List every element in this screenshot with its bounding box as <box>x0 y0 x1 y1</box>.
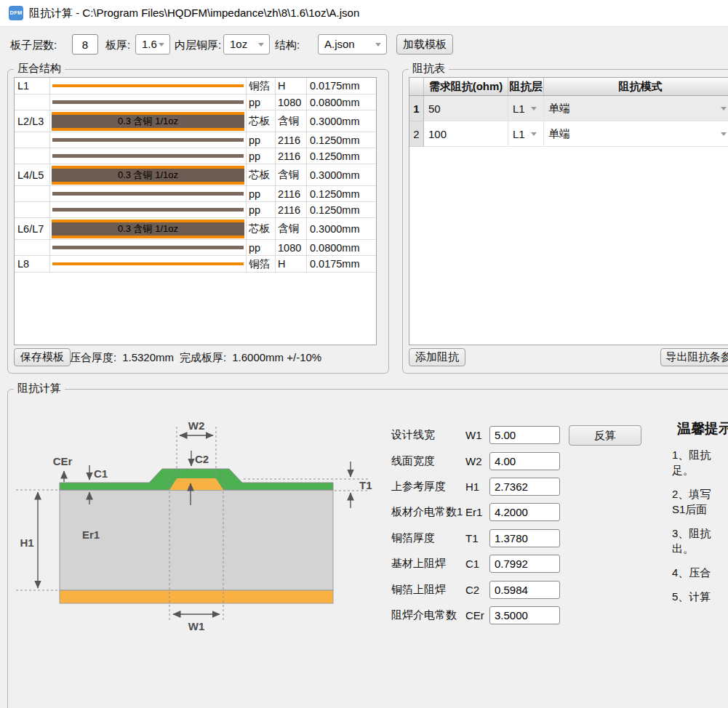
stackup-row[interactable]: L1铜箔H0.0175mm <box>15 78 376 94</box>
layer-name-cell <box>15 132 50 148</box>
layer-graphic-cell <box>50 94 247 110</box>
field-label: 上参考厚度 <box>391 480 465 494</box>
stackup-row[interactable]: pp10800.0800mm <box>15 240 376 256</box>
layer-graphic-cell: 0.3 含铜 1/1oz <box>50 218 247 239</box>
field-symbol: CEr <box>465 609 489 621</box>
reverse-calc-button[interactable]: 反算 <box>569 425 641 446</box>
field-symbol: W1 <box>465 429 489 441</box>
layer-type-cell: pp <box>247 240 276 255</box>
core-bar-label: 0.3 含铜 1/1oz <box>52 115 244 128</box>
field-label: 基材上阻焊 <box>391 557 465 571</box>
field-symbol: T1 <box>465 532 489 544</box>
structure-select[interactable]: A.json <box>318 34 387 55</box>
layer-name-cell <box>15 240 50 255</box>
calc-field-row: 板材介电常数1Er1 <box>391 502 560 522</box>
field-input-c1[interactable] <box>489 555 560 573</box>
layer-thickness-cell: 0.1250mm <box>307 148 376 164</box>
field-symbol: W2 <box>465 455 489 467</box>
field-input-h1[interactable] <box>489 478 560 496</box>
field-input-t1[interactable] <box>489 529 560 547</box>
pp-bar <box>52 208 244 212</box>
field-input-w2[interactable] <box>489 452 560 470</box>
finish-thickness-label: 完成板厚: <box>180 351 226 363</box>
calc-group-title: 阻抗计算 <box>14 382 65 395</box>
core-bar-label: 0.3 含铜 1/1oz <box>52 222 244 236</box>
stackup-row[interactable]: pp21160.1250mm <box>15 148 376 164</box>
impedance-mode-cell[interactable]: 单端 <box>544 96 728 121</box>
stackup-row[interactable]: pp21160.1250mm <box>15 132 376 148</box>
save-template-button[interactable]: 保存模板 <box>14 348 71 366</box>
stackup-groupbox: 压合结构 L1铜箔H0.0175mmpp10800.0800mmL2/L30.3… <box>7 69 389 374</box>
tip-line: 足。 <box>672 462 728 478</box>
field-label: 铜箔厚度 <box>391 531 465 545</box>
layer-type-cell: 铜箔 <box>247 78 276 94</box>
board-thickness-select[interactable]: 1.6 <box>135 34 170 55</box>
bottom-copper-shape <box>60 590 333 603</box>
inner-copper-select[interactable]: 1oz <box>223 34 270 55</box>
impedance-value-cell[interactable]: 100 <box>424 121 508 147</box>
trace-shape <box>169 478 223 490</box>
header-layer: 阻抗层 <box>508 78 544 95</box>
calc-field-row: 铜箔厚度T1 <box>391 528 560 548</box>
stackup-row[interactable]: L6/L70.3 含铜 1/1oz芯板含铜0.3000mm <box>15 218 376 240</box>
layer-spec-cell: H <box>276 78 307 94</box>
core-bar: 0.3 含铜 1/1oz <box>52 166 244 185</box>
impedance-mode-cell[interactable]: 单端 <box>544 121 728 147</box>
layer-thickness-cell: 0.3000mm <box>307 218 376 239</box>
layer-graphic-cell <box>50 132 247 148</box>
stackup-row[interactable]: pp21160.1250mm <box>15 186 376 202</box>
impedance-layer-cell[interactable]: L1 <box>508 96 544 121</box>
chevron-down-icon <box>721 132 727 136</box>
app-icon: DFM <box>9 6 23 20</box>
substrate-shape <box>60 490 333 590</box>
chevron-down-icon <box>721 107 727 110</box>
tip-line: 2、填写 <box>672 486 728 502</box>
header-corner-cell <box>409 78 424 95</box>
stackup-row[interactable]: L8铜箔H0.0175mm <box>15 256 376 273</box>
core-copper-edge <box>52 236 244 238</box>
tip-paragraph: 1、阻抗足。 <box>672 447 728 478</box>
stackup-row[interactable]: L2/L30.3 含铜 1/1oz芯板含铜0.3000mm <box>15 110 376 132</box>
field-input-w1[interactable] <box>489 426 560 444</box>
layer-spec-cell: 1080 <box>276 240 307 255</box>
layer-graphic-cell <box>50 148 247 164</box>
stackup-row[interactable]: pp10800.0800mm <box>15 94 376 110</box>
impedance-row[interactable]: 150L1单端 <box>409 96 728 121</box>
field-label: 铜箔上阻焊 <box>391 583 465 597</box>
chevron-down-icon <box>375 43 381 47</box>
impedance-layer-cell[interactable]: L1 <box>508 121 544 147</box>
layer-type-cell: pp <box>247 148 276 164</box>
impedance-row[interactable]: 2100L1单端 <box>409 121 728 147</box>
add-impedance-button[interactable]: 添加阻抗 <box>409 348 465 366</box>
field-label: 阻焊介电常数 <box>391 608 465 622</box>
stackup-row[interactable]: pp21160.1250mm <box>15 202 376 218</box>
impedance-groupbox: 阻抗表 需求阻抗(ohm) 阻抗层 阻抗模式 150L1单端2100L1单端 添… <box>402 69 728 374</box>
pp-bar <box>52 100 244 104</box>
cer-dim-label: CEr <box>53 455 73 467</box>
layer-name-cell: L4/L5 <box>15 164 50 185</box>
board-layers-input[interactable] <box>72 34 98 55</box>
field-input-c2[interactable] <box>489 581 560 599</box>
layer-graphic-cell <box>50 202 247 217</box>
field-input-er1[interactable] <box>489 503 560 521</box>
export-impedance-button[interactable]: 导出阻抗条参数 <box>660 348 728 366</box>
tip-paragraph: 5、计算 <box>672 589 728 604</box>
layer-name-cell <box>15 148 50 164</box>
impedance-value-cell[interactable]: 50 <box>424 96 508 121</box>
field-input-cer[interactable] <box>489 606 560 624</box>
calc-field-row: 阻焊介电常数CEr <box>391 606 560 625</box>
layer-spec-cell: 2116 <box>276 186 307 201</box>
load-template-button[interactable]: 加载模板 <box>396 34 453 55</box>
layer-name-cell <box>15 202 50 217</box>
layer-thickness-cell: 0.0175mm <box>307 256 376 272</box>
tip-line: 5、计算 <box>672 589 728 604</box>
layer-type-cell: pp <box>247 132 276 148</box>
title-bar: DFM 阻抗计算 - C:\Program Files\HQDFM\impeda… <box>0 0 728 27</box>
layer-type-cell: pp <box>247 186 276 201</box>
field-symbol: C1 <box>465 558 489 570</box>
c1-dim-label: C1 <box>94 467 108 480</box>
stackup-row[interactable]: L4/L50.3 含铜 1/1oz芯板含铜0.3000mm <box>15 164 376 186</box>
field-label: 线面宽度 <box>391 454 465 468</box>
layer-graphic-cell <box>50 186 247 201</box>
structure-label: 结构: <box>275 39 300 52</box>
